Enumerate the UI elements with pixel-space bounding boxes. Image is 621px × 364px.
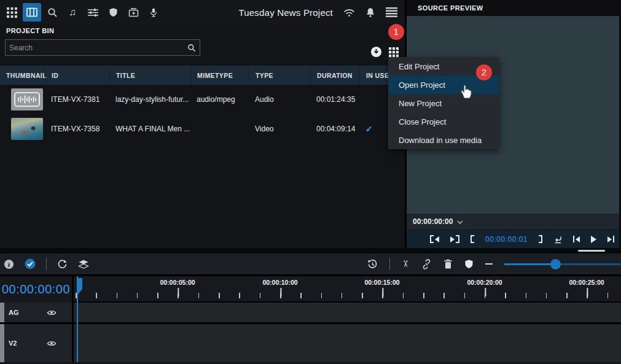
timeline-toolbar-left bbox=[4, 258, 89, 270]
cut-scissors-icon[interactable]: ✂ bbox=[400, 260, 412, 268]
unlink-icon[interactable] bbox=[421, 259, 432, 269]
item-duration: 00:01:24:35 bbox=[310, 95, 359, 104]
video-thumbnail bbox=[11, 118, 43, 140]
timeline-toolbar-right: ✂ bbox=[367, 258, 621, 270]
toolbar-right: Tuesday News Project bbox=[238, 7, 397, 18]
wifi-status-icon[interactable] bbox=[343, 8, 355, 17]
menu-item-new-project[interactable]: New Project bbox=[388, 94, 499, 112]
select-check-icon[interactable] bbox=[25, 258, 36, 269]
col-title[interactable]: TITLE bbox=[109, 66, 190, 85]
table-row[interactable]: ITEM-VX-7381 lazy-day-stylish-futur... a… bbox=[0, 85, 405, 114]
track-visibility-eye-icon[interactable] bbox=[47, 340, 57, 347]
next-frame-button[interactable] bbox=[607, 236, 614, 242]
timeline-zoom-slider[interactable] bbox=[504, 259, 621, 269]
track-name: V2 bbox=[9, 339, 17, 347]
horizontal-splitter bbox=[0, 248, 621, 254]
audio-waveform-thumbnail bbox=[11, 88, 43, 110]
marker-shield-icon[interactable] bbox=[464, 259, 474, 269]
step-badge-1: 1 bbox=[388, 24, 404, 40]
source-preview-title: SOURCE PREVIEW bbox=[407, 0, 619, 16]
shield-icon[interactable] bbox=[104, 3, 122, 21]
preview-timecode-dropdown[interactable]: 00:00:00:00 bbox=[407, 214, 619, 230]
item-type: Video bbox=[249, 125, 310, 133]
track-header-v2[interactable]: V2 bbox=[0, 324, 74, 362]
item-duration: 00:04:09:14 bbox=[310, 125, 359, 133]
track-header-ag[interactable]: AG bbox=[0, 303, 74, 322]
hamburger-menu-icon[interactable] bbox=[386, 7, 397, 17]
zoom-out-icon[interactable] bbox=[485, 263, 493, 265]
splitter-handle[interactable] bbox=[578, 250, 605, 252]
step-badge-2: 2 bbox=[476, 64, 492, 80]
search-tool-icon[interactable] bbox=[43, 3, 61, 21]
col-type[interactable]: TYPE bbox=[249, 66, 310, 85]
item-id: ITEM-VX-7358 bbox=[45, 125, 109, 133]
app-window: ♫ bbox=[0, 0, 621, 364]
track-lane-v2[interactable] bbox=[74, 324, 621, 362]
loop-icon[interactable] bbox=[553, 235, 562, 244]
menu-item-close-project[interactable]: Close Project bbox=[388, 112, 499, 131]
track-name: AG bbox=[9, 309, 19, 316]
layers-icon[interactable] bbox=[78, 260, 89, 269]
settings-sliders-icon[interactable] bbox=[84, 3, 102, 21]
grid-view-icon[interactable] bbox=[389, 47, 399, 57]
prev-frame-button[interactable] bbox=[573, 236, 580, 242]
apps-grid-icon[interactable] bbox=[2, 3, 21, 21]
chevron-down-icon bbox=[457, 217, 463, 226]
table-row[interactable]: ITEM-VX-7358 WHAT A FINAL Men ... Video … bbox=[0, 114, 405, 144]
playhead-timecode: 00:00:00:00 bbox=[2, 282, 70, 296]
item-title: lazy-day-stylish-futur... bbox=[109, 95, 190, 104]
track-lane-ag[interactable] bbox=[74, 303, 621, 322]
timeline-ruler-row: 00:00:00:00 00:00:05:00 00:00:10:00 00:0… bbox=[0, 276, 621, 303]
microphone-icon[interactable] bbox=[144, 3, 163, 21]
item-id: ITEM-VX-7381 bbox=[45, 95, 109, 104]
table-header: THUMBNAIL ID TITLE MIMETYPE TYPE DURATIO… bbox=[0, 66, 405, 85]
delete-trash-icon[interactable] bbox=[443, 259, 453, 269]
slider-thumb[interactable] bbox=[550, 259, 561, 269]
search-input[interactable] bbox=[6, 44, 187, 52]
bin-view-actions bbox=[370, 46, 399, 58]
sound-effects-icon[interactable]: ♫ bbox=[63, 3, 82, 21]
item-title: WHAT A FINAL Men ... bbox=[109, 125, 190, 133]
goto-out-button[interactable] bbox=[450, 235, 459, 243]
project-bin-icon[interactable] bbox=[23, 3, 41, 21]
info-icon[interactable] bbox=[4, 259, 14, 269]
mark-in-button[interactable] bbox=[471, 235, 474, 243]
project-bin-label: PROJECT BIN bbox=[0, 25, 405, 36]
project-title: Tuesday News Project bbox=[238, 7, 333, 18]
track-grip-handle[interactable] bbox=[0, 324, 4, 362]
media-box-icon[interactable] bbox=[124, 3, 143, 21]
rotate-ccw-icon[interactable] bbox=[57, 259, 68, 269]
timeline-body: 00:00:00:00 00:00:05:00 00:00:10:00 00:0… bbox=[0, 276, 621, 362]
notifications-bell-icon[interactable] bbox=[365, 7, 375, 18]
play-button[interactable] bbox=[591, 236, 596, 243]
track-row-v2: V2 bbox=[0, 324, 621, 362]
preview-timecode: 00:00:00:00 bbox=[413, 217, 453, 226]
menu-item-download-in-use-media[interactable]: Download in use media bbox=[388, 131, 499, 149]
main-toolbar: ♫ bbox=[0, 0, 405, 25]
track-grip-handle[interactable] bbox=[0, 303, 4, 322]
ruler-label: 00:00:20:00 bbox=[467, 279, 502, 286]
col-duration[interactable]: DURATION bbox=[310, 66, 359, 85]
goto-in-button[interactable] bbox=[430, 235, 439, 243]
timeline-timecode-panel: 00:00:00:00 bbox=[0, 276, 74, 303]
top-section: ♫ bbox=[0, 0, 621, 248]
search-icon[interactable] bbox=[187, 44, 196, 52]
mark-out-button[interactable] bbox=[539, 235, 542, 243]
col-id[interactable]: ID bbox=[45, 66, 109, 85]
timeline-toolbar: ✂ bbox=[0, 254, 621, 276]
col-thumbnail[interactable]: THUMBNAIL bbox=[0, 66, 45, 85]
search-row bbox=[0, 36, 405, 63]
ruler-label: 00:00:15:00 bbox=[364, 279, 399, 286]
timeline-ruler[interactable]: 00:00:05:00 00:00:10:00 00:00:15:00 00:0… bbox=[74, 276, 621, 303]
track-visibility-eye-icon[interactable] bbox=[47, 309, 57, 316]
download-circle-icon[interactable] bbox=[370, 46, 382, 58]
toolbar-divider bbox=[389, 258, 390, 270]
in-out-timecode: 00:00:00:01 bbox=[485, 235, 528, 244]
ruler-label: 00:00:10:00 bbox=[262, 279, 297, 286]
col-mimetype[interactable]: MIMETYPE bbox=[190, 66, 249, 85]
track-row-ag: AG bbox=[0, 303, 621, 324]
history-icon[interactable] bbox=[367, 259, 378, 269]
toolbar-divider bbox=[46, 258, 47, 270]
transport-controls: 00:00:00:01 bbox=[407, 230, 619, 248]
item-type: Audio bbox=[249, 95, 310, 104]
